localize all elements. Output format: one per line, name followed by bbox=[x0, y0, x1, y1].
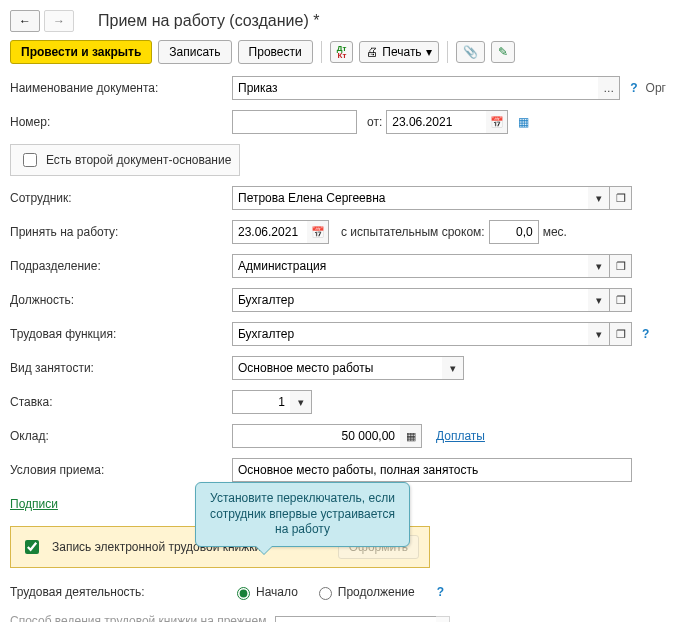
probation-input[interactable] bbox=[489, 220, 539, 244]
print-dropdown-icon: ▾ bbox=[426, 45, 432, 59]
doc-name-ellipsis-button[interactable]: … bbox=[598, 76, 620, 100]
second-base-doc-panel: Есть второй документ-основание bbox=[10, 144, 240, 176]
date-calendar-button[interactable]: 📅 bbox=[486, 110, 508, 134]
department-input[interactable] bbox=[232, 254, 588, 278]
post-button[interactable]: Провести bbox=[238, 40, 313, 64]
dt-kt-icon: ДтКт bbox=[337, 45, 347, 59]
signatures-link[interactable]: Подписи bbox=[10, 497, 58, 511]
hint-callout: Установите переключатель, если сотрудник… bbox=[195, 482, 410, 547]
labor-function-input[interactable] bbox=[232, 322, 588, 346]
employee-open-button[interactable]: ❐ bbox=[610, 186, 632, 210]
nav-back-button[interactable]: ← bbox=[10, 10, 40, 32]
rate-label: Ставка: bbox=[10, 395, 232, 409]
employee-input[interactable] bbox=[232, 186, 588, 210]
second-base-doc-label: Есть второй документ-основание bbox=[46, 153, 231, 167]
number-input[interactable] bbox=[232, 110, 357, 134]
paperclip-icon: 📎 bbox=[463, 45, 478, 59]
radio-start-label: Начало bbox=[256, 585, 298, 599]
rate-input[interactable] bbox=[232, 390, 290, 414]
second-base-doc-checkbox[interactable] bbox=[23, 153, 37, 167]
attach-button[interactable]: 📎 bbox=[456, 41, 485, 63]
labor-activity-label: Трудовая деятельность: bbox=[10, 585, 232, 599]
print-button[interactable]: 🖨 Печать ▾ bbox=[359, 41, 438, 63]
list-icon[interactable]: ▦ bbox=[518, 115, 529, 129]
radio-continue-label: Продолжение bbox=[338, 585, 415, 599]
months-label: мес. bbox=[543, 225, 567, 239]
doc-name-help-icon[interactable]: ? bbox=[630, 81, 637, 95]
hire-date-label: Принять на работу: bbox=[10, 225, 232, 239]
date-from-label: от: bbox=[367, 115, 382, 129]
department-dropdown-button[interactable]: ▾ bbox=[588, 254, 610, 278]
nav-forward-button[interactable]: → bbox=[44, 10, 74, 32]
probation-label: с испытательным сроком: bbox=[341, 225, 485, 239]
labor-function-open-button[interactable]: ❐ bbox=[610, 322, 632, 346]
print-label: Печать bbox=[382, 45, 421, 59]
doc-name-label: Наименование документа: bbox=[10, 81, 232, 95]
hire-conditions-label: Условия приема: bbox=[10, 463, 232, 477]
position-input[interactable] bbox=[232, 288, 588, 312]
dt-kt-button[interactable]: ДтКт bbox=[330, 41, 354, 63]
printer-icon: 🖨 bbox=[366, 45, 378, 59]
employee-label: Сотрудник: bbox=[10, 191, 232, 205]
write-button[interactable]: Записать bbox=[158, 40, 231, 64]
labor-activity-help-icon[interactable]: ? bbox=[437, 585, 444, 599]
position-dropdown-button[interactable]: ▾ bbox=[588, 288, 610, 312]
hire-date-calendar-button[interactable]: 📅 bbox=[307, 220, 329, 244]
department-open-button[interactable]: ❐ bbox=[610, 254, 632, 278]
sign-button[interactable]: ✎ bbox=[491, 41, 515, 63]
doc-name-input[interactable] bbox=[232, 76, 598, 100]
page-title: Прием на работу (создание) * bbox=[98, 12, 319, 30]
department-label: Подразделение: bbox=[10, 259, 232, 273]
hire-date-input[interactable] bbox=[232, 220, 307, 244]
org-label-cut: Орг bbox=[646, 81, 666, 95]
position-label: Должность: bbox=[10, 293, 232, 307]
employment-type-input[interactable] bbox=[232, 356, 442, 380]
date-input[interactable] bbox=[386, 110, 486, 134]
salary-label: Оклад: bbox=[10, 429, 232, 443]
labor-activity-start-radio[interactable]: Начало bbox=[232, 584, 298, 600]
post-and-close-button[interactable]: Провести и закрыть bbox=[10, 40, 152, 64]
labor-function-label: Трудовая функция: bbox=[10, 327, 232, 341]
number-label: Номер: bbox=[10, 115, 232, 129]
hire-conditions-input[interactable] bbox=[232, 458, 632, 482]
labor-function-help-icon[interactable]: ? bbox=[642, 327, 649, 341]
salary-calc-button[interactable]: ▦ bbox=[400, 424, 422, 448]
prev-book-method-label: Способ ведения трудовой книжки на прежне… bbox=[10, 614, 275, 622]
labor-activity-continue-radio[interactable]: Продолжение bbox=[314, 584, 415, 600]
labor-function-dropdown-button[interactable]: ▾ bbox=[588, 322, 610, 346]
position-open-button[interactable]: ❐ bbox=[610, 288, 632, 312]
pencil-icon: ✎ bbox=[498, 45, 508, 59]
salary-input[interactable] bbox=[232, 424, 400, 448]
employee-dropdown-button[interactable]: ▾ bbox=[588, 186, 610, 210]
employment-type-dropdown-button[interactable]: ▾ bbox=[442, 356, 464, 380]
employment-type-label: Вид занятости: bbox=[10, 361, 232, 375]
prev-book-method-dropdown-button: ▾ bbox=[436, 616, 450, 622]
toolbar-separator bbox=[321, 41, 322, 63]
allowances-link[interactable]: Доплаты bbox=[436, 429, 485, 443]
toolbar-separator bbox=[447, 41, 448, 63]
prev-book-method-input bbox=[275, 616, 436, 622]
rate-spin-button[interactable]: ▾ bbox=[290, 390, 312, 414]
etk-record-checkbox[interactable] bbox=[25, 540, 39, 554]
